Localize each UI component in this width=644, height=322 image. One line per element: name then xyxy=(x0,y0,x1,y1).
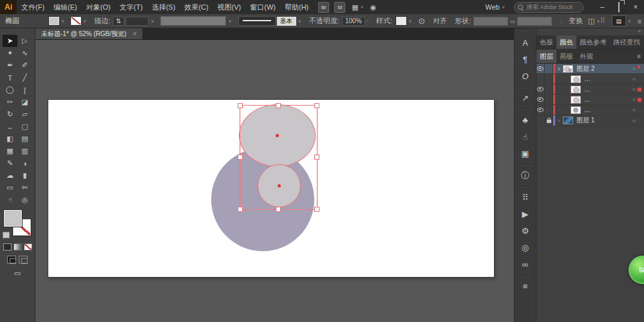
magic-wand-tool[interactable]: ✦ xyxy=(3,47,17,59)
chevron-down-icon[interactable]: ∨ xyxy=(83,19,86,24)
stock-search-box[interactable] xyxy=(514,2,583,13)
chevron-down-icon[interactable]: ∨ xyxy=(151,19,154,24)
slice-tool[interactable]: ✄ xyxy=(17,182,32,194)
stock-icon[interactable]: St xyxy=(334,2,345,13)
lock-toggle[interactable] xyxy=(545,64,553,73)
document-tab[interactable]: 未标题-1* @ 52% (RGB/预览) × xyxy=(35,28,142,39)
layer-name[interactable]: … xyxy=(584,86,630,93)
toolbar-grip[interactable]: · · xyxy=(0,28,35,34)
tab-artboards[interactable]: 画板 xyxy=(556,50,576,63)
tab-appearance[interactable]: 外观 xyxy=(576,50,596,63)
export-panel-icon[interactable]: ↗ xyxy=(515,90,536,107)
close-button[interactable]: × xyxy=(627,0,644,14)
layer-thumbnail[interactable] xyxy=(571,106,581,114)
symbol-sprayer-tool[interactable]: ☁ xyxy=(3,169,17,182)
tab-color-guide[interactable]: 颜色参考 xyxy=(576,35,610,49)
list-icon[interactable]: ≡ xyxy=(638,17,641,25)
search-input[interactable] xyxy=(526,3,578,11)
width-profile-dropdown[interactable] xyxy=(160,16,226,26)
layer-thumbnail[interactable] xyxy=(571,75,581,83)
fill-swatch[interactable] xyxy=(4,210,22,227)
target-circle-icon[interactable]: ○ xyxy=(630,107,638,113)
artboard-tool[interactable]: ▭ xyxy=(3,182,17,194)
brush-definition-label[interactable]: 基本 xyxy=(277,17,296,26)
transform-label[interactable]: 变换 xyxy=(569,16,583,26)
panel-menu-icon[interactable]: ≡ xyxy=(634,50,644,63)
selection-handle[interactable] xyxy=(238,103,243,108)
close-tab-icon[interactable]: × xyxy=(133,30,137,37)
visibility-toggle[interactable] xyxy=(536,84,545,94)
lasso-tool[interactable]: ∿ xyxy=(17,47,32,59)
chevron-down-icon[interactable]: ∨ xyxy=(555,66,563,71)
link-dimensions-icon[interactable]: ∞ xyxy=(510,17,515,25)
tab-swatches[interactable]: 色板 xyxy=(536,35,556,49)
layer-name[interactable]: 图层 1 xyxy=(576,116,630,125)
settings-panel-icon[interactable]: ⚙ xyxy=(515,223,536,240)
width-tool[interactable]: ↔ xyxy=(3,120,17,133)
visibility-toggle[interactable] xyxy=(536,95,545,104)
info-panel-icon[interactable]: ⓘ xyxy=(515,167,536,184)
layer-name[interactable]: … xyxy=(584,75,630,82)
gradient-mode-button[interactable] xyxy=(14,243,22,251)
visibility-toggle[interactable] xyxy=(536,105,545,115)
selection-handle[interactable] xyxy=(238,207,243,212)
brush-definition-preview[interactable] xyxy=(238,16,276,26)
selection-handle[interactable] xyxy=(314,155,319,160)
color-mode-button[interactable] xyxy=(3,243,12,251)
stroke-weight-stepper[interactable]: ⇅ xyxy=(113,17,124,26)
layer-name[interactable]: … xyxy=(584,106,630,113)
layer-thumbnail[interactable] xyxy=(563,65,573,73)
chevron-right-icon[interactable]: › xyxy=(367,19,368,23)
graphic-styles-panel-icon[interactable]: ▣ xyxy=(515,146,536,162)
layer-name[interactable]: 图层 2 xyxy=(576,64,630,73)
target-circle-icon[interactable]: ○ xyxy=(630,86,638,92)
ellipse-tool[interactable]: ◯ xyxy=(3,84,17,96)
target-circle-icon[interactable]: ○ xyxy=(630,76,638,82)
paragraph-panel-icon[interactable]: ¶ xyxy=(515,52,536,68)
layer-row-path[interactable]: … ○ xyxy=(536,105,644,115)
chevron-down-icon[interactable]: ∨ xyxy=(408,19,412,24)
eyedropper-tool[interactable]: ✎ xyxy=(3,157,17,169)
paintbrush-tool[interactable]: ʃ xyxy=(17,84,32,96)
restore-button[interactable] xyxy=(611,0,627,14)
bridge-icon[interactable]: Br xyxy=(318,2,329,13)
menu-window[interactable]: 窗口(W) xyxy=(245,0,280,14)
line-tool[interactable]: ╱ xyxy=(17,71,32,84)
transform-panel-icon[interactable]: ⠿ xyxy=(515,189,536,206)
gradient-tool[interactable]: ▥ xyxy=(17,145,32,157)
character-panel-icon[interactable]: A xyxy=(515,35,536,52)
curvature-tool[interactable]: ✐ xyxy=(17,59,32,71)
hand-tool[interactable]: ☝ xyxy=(3,194,17,206)
mesh-tool[interactable]: ▦ xyxy=(3,145,17,157)
none-mode-button[interactable] xyxy=(24,243,32,251)
stroke-weight-dropdown[interactable] xyxy=(126,17,149,26)
chevron-right-icon[interactable]: › xyxy=(555,118,563,123)
lock-toggle[interactable] xyxy=(545,105,553,115)
style-swatch[interactable] xyxy=(396,17,406,25)
shaper-tool[interactable]: ◪ xyxy=(17,96,32,108)
type-tool[interactable]: T xyxy=(3,71,17,84)
actions-panel-icon[interactable]: ▶ xyxy=(515,206,536,223)
selection-tool[interactable]: ➤ xyxy=(3,35,17,47)
recolor-artwork-icon[interactable]: ⊙ xyxy=(418,16,425,26)
draw-normal-button[interactable] xyxy=(7,256,16,263)
workspace-panel-icon[interactable]: ▤ xyxy=(612,15,626,26)
shape-builder-tool[interactable]: ◧ xyxy=(3,133,17,145)
chevron-down-icon[interactable]: ∨ xyxy=(298,19,301,24)
lock-toggle[interactable] xyxy=(545,115,553,126)
tab-pathfinder[interactable]: 路径查找 xyxy=(610,35,643,49)
menu-select[interactable]: 选择(S) xyxy=(147,0,180,14)
menu-object[interactable]: 对象(O) xyxy=(82,0,115,14)
lock-toggle[interactable] xyxy=(545,84,553,94)
symbols-panel-icon[interactable]: ♣ xyxy=(515,112,536,129)
collapse-panels-icon[interactable]: « xyxy=(536,28,644,35)
layer-thumbnail[interactable] xyxy=(563,117,573,124)
chevron-down-icon[interactable]: ∨ xyxy=(228,19,231,24)
hand-panel-icon[interactable]: ☝ xyxy=(515,129,536,146)
center-anchor[interactable] xyxy=(278,184,281,187)
minimize-button[interactable]: – xyxy=(594,0,611,14)
blend-tool[interactable]: ◑ xyxy=(17,157,32,169)
default-swatch-icon[interactable] xyxy=(3,232,10,238)
visibility-toggle[interactable] xyxy=(536,64,545,73)
menu-help[interactable]: 帮助(H) xyxy=(280,0,313,14)
